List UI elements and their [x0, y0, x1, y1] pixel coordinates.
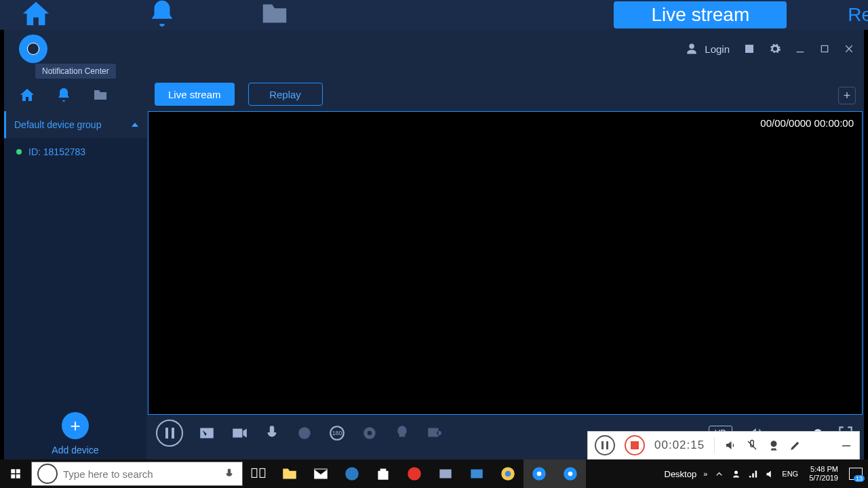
svg-rect-10: [471, 470, 482, 479]
svg-point-7: [345, 467, 359, 481]
home-icon: [20, 0, 52, 30]
app-icon-2[interactable]: [461, 460, 492, 488]
search-mic-icon[interactable]: [223, 468, 235, 480]
edge-icon[interactable]: [336, 460, 368, 488]
sidebar-nav-icons: [4, 81, 146, 108]
titlebar: Notification Center Login: [4, 30, 864, 68]
view-tabs: Live stream Replay: [155, 83, 323, 106]
microphone-icon[interactable]: [263, 424, 281, 442]
clock-time: 5:48 PM: [809, 465, 838, 474]
folder-icon: [259, 0, 290, 30]
windows-taskbar: Desktop » ENG 5:48 PM 5/7/2019 13: [0, 460, 868, 488]
chevron-up-icon: [132, 123, 138, 127]
notification-tooltip: Notification Center: [35, 64, 116, 79]
camera-app-icon[interactable]: [524, 460, 555, 488]
svg-rect-6: [260, 468, 265, 477]
svg-point-14: [537, 472, 542, 476]
desktop-toolbar-label[interactable]: Desktop: [665, 469, 697, 479]
gear-icon[interactable]: [769, 43, 781, 55]
svg-text:180: 180: [332, 430, 342, 436]
minimize-button[interactable]: [795, 43, 806, 54]
add-device-label: Add device: [52, 445, 98, 455]
tab-live-stream[interactable]: Live stream: [155, 83, 235, 106]
tray-chevron-up-icon[interactable]: [714, 469, 724, 479]
mail-icon[interactable]: [305, 460, 336, 488]
zoomed-tab-strip: Live stream Re: [0, 0, 868, 30]
login-button[interactable]: Login: [686, 43, 730, 55]
recorder-stop-button[interactable]: [625, 435, 645, 455]
home-icon[interactable]: [19, 87, 35, 103]
device-sidebar: Default device group ID: 18152783 + Add …: [4, 111, 146, 460]
big-live-tab: Live stream: [614, 1, 787, 28]
rotate-icon[interactable]: 180: [328, 424, 346, 442]
screen-recorder-bar: 00:02:15: [587, 431, 860, 460]
recorder-minimize-icon[interactable]: [840, 439, 852, 451]
bell-icon: [146, 0, 178, 30]
export-icon[interactable]: [743, 43, 755, 55]
recorder-mic-mute-icon[interactable]: [746, 439, 758, 451]
app-icon-1[interactable]: [430, 460, 461, 488]
people-icon[interactable]: [731, 469, 741, 479]
folder-icon[interactable]: [92, 87, 108, 103]
svg-rect-9: [439, 470, 451, 479]
svg-point-12: [505, 471, 511, 477]
notification-count: 13: [854, 475, 865, 482]
settings-dial-icon[interactable]: [361, 424, 378, 442]
clock-date: 5/7/2019: [809, 474, 838, 483]
maximize-button[interactable]: [819, 43, 830, 54]
app-logo: [19, 35, 47, 63]
cortana-icon: [37, 464, 58, 484]
opera-icon[interactable]: [399, 460, 430, 488]
record-icon[interactable]: [231, 424, 248, 442]
recorder-speaker-icon[interactable]: [724, 439, 736, 451]
device-group-label: Default device group: [14, 119, 101, 130]
ptz-icon[interactable]: [296, 424, 313, 442]
pause-button[interactable]: [156, 420, 183, 447]
svg-point-16: [568, 472, 573, 476]
bell-icon[interactable]: [56, 87, 72, 103]
big-replay-ghost: Re: [848, 4, 868, 26]
device-group-header[interactable]: Default device group: [4, 111, 146, 138]
camera-app-icon-2[interactable]: [555, 460, 586, 488]
add-tab-button[interactable]: +: [838, 87, 856, 104]
action-center-icon[interactable]: 13: [849, 468, 863, 480]
chrome-icon[interactable]: [492, 460, 524, 488]
tab-replay[interactable]: Replay: [248, 83, 323, 106]
file-explorer-icon[interactable]: [274, 460, 305, 488]
add-device-button[interactable]: +: [62, 412, 89, 439]
image-settings-icon[interactable]: [426, 424, 443, 442]
search-input[interactable]: [63, 468, 216, 480]
device-item[interactable]: ID: 18152783: [4, 138, 146, 165]
svg-point-0: [298, 427, 310, 439]
taskbar-search[interactable]: [31, 462, 243, 486]
tray-volume-icon[interactable]: [765, 469, 775, 479]
svg-point-8: [408, 467, 421, 481]
system-tray: Desktop » ENG 5:48 PM 5/7/2019 13: [665, 465, 869, 483]
recorder-pause-button[interactable]: [595, 435, 615, 455]
store-icon[interactable]: [368, 460, 399, 488]
language-indicator[interactable]: ENG: [782, 470, 798, 478]
video-timestamp: 00/00/0000 00:00:00: [760, 117, 854, 129]
recorder-pen-icon[interactable]: [789, 439, 802, 451]
svg-point-4: [368, 431, 372, 436]
taskbar-clock[interactable]: 5:48 PM 5/7/2019: [809, 465, 838, 483]
user-icon: [686, 43, 698, 55]
close-button[interactable]: [844, 43, 854, 54]
snapshot-icon[interactable]: [198, 424, 216, 442]
login-label: Login: [705, 43, 730, 55]
recorder-elapsed: 00:02:15: [654, 439, 705, 452]
video-viewport[interactable]: 00/00/0000 00:00:00: [148, 111, 863, 415]
tray-expand-icon[interactable]: »: [703, 470, 707, 478]
task-view-icon[interactable]: [243, 460, 274, 488]
svg-rect-5: [252, 468, 257, 477]
lightbulb-icon[interactable]: [393, 424, 411, 442]
network-icon[interactable]: [748, 469, 758, 479]
device-id-label: ID: 18152783: [28, 146, 85, 157]
recorder-webcam-icon[interactable]: [768, 439, 780, 451]
status-online-dot: [16, 149, 22, 155]
app-window: Notification Center Login + Live stream …: [4, 30, 864, 460]
start-button[interactable]: [0, 460, 31, 488]
